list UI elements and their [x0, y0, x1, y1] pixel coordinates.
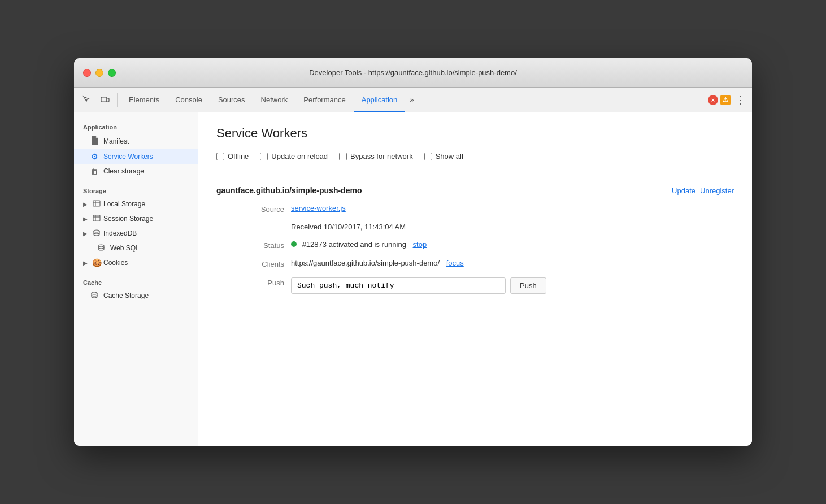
clear-storage-icon: 🗑 [90, 167, 99, 176]
status-indicator [291, 241, 297, 247]
session-storage-arrow: ▶ [83, 216, 90, 222]
tab-console[interactable]: Console [167, 88, 210, 112]
sidebar-section-storage: Storage [74, 183, 198, 197]
offline-checkbox[interactable] [216, 153, 224, 160]
sidebar-section-application: Application [74, 119, 198, 133]
received-value: Received 10/10/2017, 11:43:04 AM [291, 223, 734, 231]
cache-storage-icon [90, 291, 99, 300]
titlebar: Developer Tools - https://gauntface.gith… [74, 58, 752, 88]
tab-application[interactable]: Application [354, 88, 406, 112]
unregister-link[interactable]: Unregister [700, 186, 734, 195]
offline-checkbox-label[interactable]: Offline [216, 152, 249, 160]
push-label: Push [239, 277, 284, 294]
toolbar-divider [117, 93, 118, 107]
sidebar: Application Manifest ⚙ Service Workers 🗑… [74, 112, 198, 446]
clients-value: https://gauntface.github.io/simple-push-… [291, 259, 734, 268]
sw-actions: Update Unregister [672, 186, 734, 195]
sw-entry: gauntface.github.io/simple-push-demo Upd… [216, 186, 734, 294]
svg-rect-5 [93, 215, 100, 221]
sw-origin-row: gauntface.github.io/simple-push-demo Upd… [216, 186, 734, 195]
service-workers-icon: ⚙ [90, 152, 99, 161]
indexeddb-icon [92, 229, 101, 238]
sidebar-item-web-sql[interactable]: Web SQL [74, 241, 198, 255]
inspect-icon[interactable] [79, 92, 95, 108]
status-label: Status [239, 240, 284, 250]
push-button[interactable]: Push [510, 277, 546, 294]
web-sql-icon [97, 244, 106, 253]
page-title: Service Workers [216, 126, 734, 141]
main-content: Service Workers Offline Update on reload… [198, 112, 752, 446]
toolbar-right: × ⚠ ⋮ [708, 94, 747, 106]
sidebar-item-cookies[interactable]: ▶ 🍪 Cookies [74, 255, 198, 270]
svg-point-9 [98, 245, 104, 247]
svg-point-8 [94, 230, 99, 232]
manifest-icon [90, 136, 99, 146]
cookies-arrow: ▶ [83, 260, 90, 266]
maximize-button[interactable] [108, 69, 116, 77]
sidebar-item-cache-storage[interactable]: Cache Storage [74, 288, 198, 303]
svg-point-10 [92, 292, 97, 294]
update-link[interactable]: Update [672, 186, 695, 195]
svg-rect-0 [101, 97, 107, 102]
show-all-checkbox[interactable] [424, 153, 432, 160]
cookies-icon: 🍪 [92, 258, 101, 267]
sidebar-section-cache: Cache [74, 275, 198, 288]
svg-rect-1 [107, 98, 109, 102]
push-row: Push [291, 277, 734, 294]
close-button[interactable] [83, 69, 91, 77]
tab-sources[interactable]: Sources [210, 88, 253, 112]
sidebar-item-clear-storage[interactable]: 🗑 Clear storage [74, 164, 198, 179]
push-input[interactable] [291, 277, 506, 294]
update-on-reload-checkbox-label[interactable]: Update on reload [260, 152, 328, 160]
bypass-for-network-checkbox-label[interactable]: Bypass for network [339, 152, 413, 160]
source-value: service-worker.js [291, 204, 734, 214]
sidebar-item-local-storage[interactable]: ▶ Local Storage [74, 197, 198, 211]
svg-rect-2 [93, 201, 100, 206]
show-all-checkbox-label[interactable]: Show all [424, 152, 463, 160]
indexeddb-arrow: ▶ [83, 231, 90, 237]
sidebar-item-service-workers[interactable]: ⚙ Service Workers [74, 149, 198, 164]
tab-list: Elements Console Sources Network Perform… [121, 88, 702, 112]
tab-more-button[interactable]: » [405, 88, 418, 112]
local-storage-arrow: ▶ [83, 201, 90, 207]
tab-elements[interactable]: Elements [121, 88, 167, 112]
received-label [239, 223, 284, 231]
tab-network[interactable]: Network [253, 88, 296, 112]
devtools-window: Developer Tools - https://gauntface.gith… [74, 58, 752, 446]
session-storage-icon [92, 214, 101, 223]
error-badge[interactable]: × [708, 95, 718, 105]
toolbar: Elements Console Sources Network Perform… [74, 88, 752, 112]
bypass-for-network-checkbox[interactable] [339, 153, 347, 160]
sidebar-item-indexeddb[interactable]: ▶ IndexedDB [74, 226, 198, 241]
traffic-lights [83, 69, 116, 77]
status-value: #12873 activated and is running stop [291, 240, 734, 250]
stop-link[interactable]: stop [413, 240, 427, 249]
local-storage-icon [92, 199, 101, 208]
device-toggle-icon[interactable] [97, 92, 114, 108]
tab-performance[interactable]: Performance [295, 88, 353, 112]
more-options-button[interactable]: ⋮ [733, 94, 747, 106]
options-row: Offline Update on reload Bypass for netw… [216, 152, 734, 172]
sidebar-item-manifest[interactable]: Manifest [74, 133, 198, 149]
source-link[interactable]: service-worker.js [291, 204, 346, 212]
window-title: Developer Tools - https://gauntface.gith… [309, 68, 517, 77]
clients-label: Clients [239, 259, 284, 268]
minimize-button[interactable] [95, 69, 103, 77]
update-on-reload-checkbox[interactable] [260, 153, 268, 160]
source-label: Source [239, 204, 284, 214]
sidebar-item-session-storage[interactable]: ▶ Session Storage [74, 211, 198, 226]
main-layout: Application Manifest ⚙ Service Workers 🗑… [74, 112, 752, 446]
focus-link[interactable]: focus [446, 259, 464, 267]
sw-details: Source service-worker.js Received 10/10/… [216, 204, 734, 294]
warning-badge[interactable]: ⚠ [720, 95, 731, 105]
sw-origin: gauntface.github.io/simple-push-demo [216, 186, 362, 195]
